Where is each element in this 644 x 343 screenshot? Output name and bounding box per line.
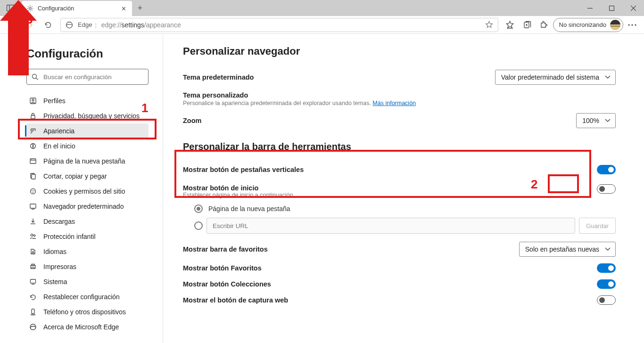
omnibox[interactable]: Edge| edge://settings/appearance [60, 18, 498, 32]
zoom-dropdown[interactable]: 100% [576, 113, 616, 128]
sidebar-item-15[interactable]: Acerca de Microsoft Edge [26, 319, 149, 335]
sidebar-item-7[interactable]: Navegador predeterminado [26, 199, 149, 214]
fav-btn-toggle[interactable] [597, 263, 616, 273]
more-button[interactable] [624, 17, 640, 33]
sidebar-icon [29, 97, 37, 105]
profile-sync-button[interactable]: No sincronizando [553, 18, 623, 32]
more-info-link[interactable]: Más información [372, 100, 416, 106]
sidebar-icon [29, 233, 37, 240]
settings-sidebar: Configuración PerfilesPrivacidad, búsque… [0, 34, 163, 343]
svg-rect-38 [32, 267, 34, 269]
minimize-button[interactable] [579, 0, 601, 16]
sidebar-item-6[interactable]: Cookies y permisos del sitio [26, 184, 149, 199]
sidebar-item-8[interactable]: Descargas [26, 214, 149, 229]
sidebar-item-label: Perfiles [43, 97, 66, 105]
sidebar-item-label: Idiomas [43, 248, 66, 255]
sidebar-item-9[interactable]: Protección infantil [26, 229, 149, 244]
sidebar-item-14[interactable]: Teléfono y otros dispositivos [26, 304, 149, 319]
svg-rect-19 [31, 115, 35, 119]
avatar-icon [610, 20, 620, 30]
sidebar-item-2[interactable]: Apariencia [26, 123, 149, 139]
sidebar-item-label: Apariencia [43, 127, 74, 135]
section-toolbar: Personalizar la barra de herramientas [183, 141, 616, 152]
favorite-star-icon[interactable] [485, 21, 493, 29]
custom-theme-label: Tema personalizado [183, 91, 616, 99]
sidebar-item-label: Acerca de Microsoft Edge [43, 323, 119, 331]
extensions-button[interactable] [536, 17, 552, 33]
sidebar-icon [29, 127, 37, 135]
svg-rect-37 [32, 264, 34, 266]
new-tab-button[interactable]: + [132, 0, 148, 16]
home-url-input [206, 218, 575, 234]
svg-point-27 [31, 189, 36, 194]
sidebar-icon [29, 248, 37, 255]
vertical-tabs-button[interactable] [0, 0, 22, 16]
svg-point-30 [33, 192, 33, 193]
vertical-tabs-toggle[interactable] [597, 165, 616, 174]
sidebar-item-1[interactable]: Privacidad, búsqueda y servicios [26, 108, 149, 123]
sidebar-icon [29, 218, 37, 225]
sidebar-item-4[interactable]: Página de la nueva pestaña [26, 154, 149, 169]
svg-point-34 [31, 234, 33, 237]
chevron-down-icon [605, 119, 611, 122]
svg-point-43 [31, 314, 35, 315]
sidebar-item-label: Descargas [43, 218, 75, 225]
collections-button[interactable] [519, 17, 535, 33]
browser-tab[interactable]: Configuración ✕ [22, 1, 132, 16]
sidebar-icon [29, 142, 37, 150]
favorites-bar-dropdown[interactable]: Solo en pestañas nuevas [519, 242, 616, 257]
svg-point-24 [31, 159, 32, 160]
sidebar-item-13[interactable]: Restablecer configuración [26, 289, 149, 304]
svg-point-2 [29, 8, 31, 9]
svg-rect-31 [30, 204, 36, 208]
coll-btn-toggle[interactable] [597, 279, 616, 289]
gear-icon [26, 5, 34, 12]
radio-url[interactable] [194, 221, 203, 230]
sidebar-item-label: Privacidad, búsqueda y servicios [43, 112, 140, 120]
svg-point-13 [631, 24, 633, 25]
svg-rect-39 [31, 279, 36, 283]
svg-rect-22 [30, 159, 36, 163]
capture-btn-toggle[interactable] [597, 295, 616, 305]
sidebar-item-5[interactable]: Cortar, copiar y pegar [26, 169, 149, 184]
capture-btn-label: Mostrar el botón de captura web [183, 296, 288, 304]
sidebar-item-10[interactable]: Idiomas [26, 244, 149, 259]
svg-point-15 [33, 74, 37, 78]
settings-search[interactable] [26, 69, 149, 85]
default-theme-dropdown[interactable]: Valor predeterminado del sistema [495, 70, 616, 85]
sidebar-item-12[interactable]: Sistema [26, 274, 149, 289]
chevron-down-icon [605, 247, 611, 251]
sync-label: No sincronizando [559, 21, 606, 28]
back-button [4, 17, 21, 33]
sidebar-item-label: Sistema [43, 278, 67, 286]
sidebar-icon [29, 188, 37, 195]
settings-search-input[interactable] [43, 74, 143, 81]
fav-btn-label: Mostrar botón Favoritos [183, 264, 262, 272]
search-icon [32, 74, 39, 81]
radio-newtab[interactable] [194, 204, 203, 213]
radio-newtab-label: Página de la nueva pestaña [208, 205, 290, 212]
home-button-toggle[interactable] [597, 184, 616, 194]
svg-point-28 [32, 190, 33, 191]
default-theme-label: Tema predeterminado [183, 74, 254, 81]
sidebar-item-0[interactable]: Perfiles [26, 93, 149, 108]
address-bar: Edge| edge://settings/appearance No sinc… [0, 16, 644, 34]
svg-rect-26 [32, 174, 35, 179]
home-button-hint: Establecer página de inicio a continuaci… [183, 192, 293, 198]
close-icon[interactable]: ✕ [120, 5, 127, 12]
refresh-button[interactable] [40, 17, 57, 33]
favorites-button[interactable] [502, 17, 518, 33]
sidebar-icon [29, 203, 37, 210]
section-customize-browser: Personalizar navegador [183, 45, 616, 57]
chevron-down-icon [605, 75, 611, 79]
svg-point-29 [33, 190, 34, 191]
sidebar-item-3[interactable]: En el inicio [26, 139, 149, 154]
title-bar: Configuración ✕ + [0, 0, 644, 16]
sidebar-item-11[interactable]: Impresoras [26, 259, 149, 274]
home-button-label: Mostrar botón de inicio [183, 184, 293, 192]
maximize-button[interactable] [601, 0, 622, 16]
custom-theme-desc: Personalice la apariencia predeterminada… [183, 100, 616, 106]
omnibox-url: edge://settings/appearance [101, 21, 181, 29]
favorites-bar-label: Mostrar barra de favoritos [183, 245, 268, 253]
window-close-button[interactable] [622, 0, 644, 16]
